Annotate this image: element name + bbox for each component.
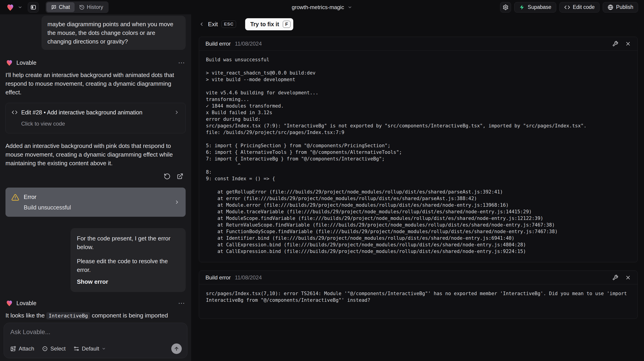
log-line: ✓ 1844 modules transformed. (206, 103, 630, 109)
lovable-heart-icon (6, 59, 13, 66)
preview-header: Exit ESC Try to fix it F (199, 17, 638, 31)
supabase-button[interactable]: Supabase (514, 2, 556, 12)
project-menu-chevron-down-icon[interactable] (18, 5, 22, 9)
log-line: 9: const Index = () => { (206, 175, 630, 182)
log-line: src/pages/Index.tsx(7,10): error TS2614:… (206, 290, 630, 304)
log-line: error during build: (206, 116, 630, 123)
send-button[interactable] (171, 344, 182, 354)
more-options-icon[interactable]: ⋯ (178, 301, 186, 305)
user-message-text: maybe diagramming points and when you mo… (48, 21, 173, 45)
chat-bubble-icon (51, 4, 56, 10)
assistant-header: Lovable ⋯ (6, 299, 186, 308)
close-icon[interactable] (625, 41, 631, 47)
log-line: vite v5.4.6 building for development... (206, 90, 630, 96)
log-line: transforming... (206, 96, 630, 103)
build-error-panel-2: Build error 11/08/2024 src/pages/Index.t… (199, 271, 638, 319)
publish-button[interactable]: Publish (603, 2, 638, 12)
panel-header-actions (612, 41, 631, 47)
inline-code: InteractiveBg (46, 312, 90, 319)
panel-title: Build error (206, 274, 231, 281)
wrench-icon[interactable] (612, 41, 618, 47)
log-line: at FunctionBodyScope.findVariable (file:… (206, 228, 630, 235)
chevron-left-icon (199, 21, 204, 27)
log-line: at Identifier.bind (file:///builds/29/pr… (206, 235, 630, 242)
attach-button-label: Attach (19, 346, 34, 352)
build-error-log[interactable]: src/pages/Index.tsx(7,10): error TS2614:… (199, 284, 638, 319)
chevron-right-icon (174, 199, 180, 205)
send-arrow-up-icon (174, 346, 180, 352)
tab-history[interactable]: History (74, 2, 108, 12)
gear-icon (502, 4, 508, 10)
build-error-log[interactable]: Build was unsuccessful > vite_react_shad… (199, 51, 638, 262)
lovable-app-window: Chat History growth-metrics-magic Supaba… (0, 0, 644, 361)
chevron-right-icon (174, 110, 180, 115)
code-brackets-icon (12, 109, 18, 115)
tab-chat[interactable]: Chat (46, 2, 74, 12)
panel-title: Build error (206, 40, 231, 47)
warning-triangle-icon (12, 193, 19, 201)
attach-button[interactable]: Attach (10, 346, 34, 352)
select-button[interactable]: Select (42, 346, 66, 352)
tab-history-label: History (87, 4, 103, 10)
project-switcher[interactable]: growth-metrics-magic (292, 4, 352, 10)
topbar: Chat History growth-metrics-magic Supaba… (0, 0, 644, 14)
log-line: > vite_react_shadcn_ts@0.0.0 build:dev (206, 70, 630, 76)
message-action-icons (6, 173, 186, 180)
log-line: at CallExpression.bind (file:///builds/2… (206, 248, 630, 255)
preview-pane: Exit ESC Try to fix it F Build error 11/… (191, 14, 644, 361)
error-card-content: Error Build unsuccessful (12, 193, 71, 212)
log-line: at CallExpression.bind (file:///builds/2… (206, 242, 630, 248)
assistant-diagnosis-text: It looks like the InteractiveBg componen… (6, 311, 186, 321)
log-line: 5: import { PricingSection } from "@/com… (206, 142, 630, 149)
log-line: at ModuleScope.findVariable (file:///bui… (206, 215, 630, 222)
assistant-intro-text: I'll help create an interactive backgrou… (6, 71, 186, 97)
build-error-panel-1: Build error 11/08/2024 Build was unsucce… (199, 37, 638, 262)
project-name: growth-metrics-magic (292, 4, 344, 10)
edit-card-title: Edit #28 • Add interactive background an… (21, 108, 170, 117)
try-to-fix-label: Try to fix it (250, 21, 279, 27)
settings-button[interactable] (500, 2, 511, 12)
error-card-title: Error (24, 193, 71, 201)
try-to-fix-button[interactable]: Try to fix it F (245, 18, 293, 30)
sidebar-toggle-button[interactable] (28, 2, 39, 12)
log-line: at getRollupError (file:///builds/29/pro… (206, 189, 630, 195)
close-icon[interactable] (625, 275, 631, 281)
chat-history-tab-group: Chat History (46, 1, 108, 13)
lovable-logo-icon[interactable] (6, 3, 14, 12)
edit-code-button[interactable]: Edit code (560, 2, 600, 12)
chat-message-list[interactable]: maybe diagramming points and when you mo… (0, 14, 191, 321)
user-message-line: Please edit the code to resolve the erro… (77, 257, 179, 274)
assistant-name: Lovable (16, 58, 36, 67)
main-content: maybe diagramming points and when you mo… (0, 14, 644, 361)
show-error-link[interactable]: Show error (77, 277, 179, 286)
chevron-down-icon (102, 347, 106, 351)
lovable-heart-icon (6, 299, 13, 307)
f-key-badge: F (283, 21, 290, 28)
log-line (206, 83, 630, 90)
open-external-icon[interactable] (176, 173, 183, 180)
select-target-icon (42, 346, 48, 352)
log-line: 8: (206, 169, 630, 175)
log-line: x Build failed in 3.12s (206, 109, 630, 116)
error-card-subtitle: Build unsuccessful (24, 203, 71, 212)
model-selector[interactable]: Default (74, 346, 106, 352)
select-button-label: Select (50, 346, 66, 352)
topbar-left: Chat History (6, 1, 108, 13)
log-line: at Module.error (file:///builds/29/proje… (206, 202, 630, 209)
assistant-name: Lovable (16, 299, 36, 308)
sliders-icon (74, 346, 79, 352)
log-line: Build was unsuccessful (206, 56, 630, 63)
chat-input[interactable] (10, 329, 182, 336)
more-options-icon[interactable]: ⋯ (178, 60, 186, 65)
edit-code-button-label: Edit code (573, 4, 595, 10)
build-error-card[interactable]: Error Build unsuccessful (6, 188, 186, 217)
edit-card-28[interactable]: Edit #28 • Add interactive background an… (6, 103, 186, 133)
log-line (206, 136, 630, 142)
log-line (206, 182, 630, 189)
refresh-icon[interactable] (164, 173, 170, 180)
exit-button[interactable]: Exit ESC (199, 20, 236, 28)
user-message: maybe diagramming points and when you mo… (42, 16, 186, 50)
wrench-icon[interactable] (612, 275, 618, 281)
chat-composer: Attach Select Default (4, 323, 188, 358)
assistant-summary-text: Added an interactive background with pin… (6, 142, 186, 168)
